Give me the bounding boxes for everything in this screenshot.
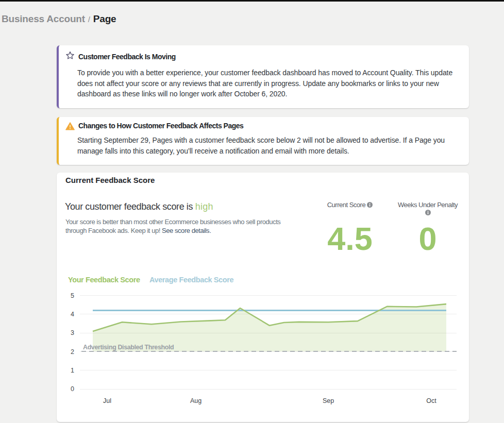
svg-text:Aug: Aug (190, 397, 201, 404)
svg-text:4: 4 (71, 311, 74, 318)
svg-text:Jul: Jul (103, 397, 111, 404)
svg-text:1: 1 (71, 367, 74, 374)
svg-text:Advertising Disabled Threshold: Advertising Disabled Threshold (83, 344, 174, 351)
svg-text:Oct: Oct (426, 397, 436, 404)
svg-text:3: 3 (71, 329, 74, 336)
svg-text:2: 2 (71, 348, 74, 356)
svg-text:Sep: Sep (323, 397, 334, 404)
svg-text:0: 0 (71, 385, 74, 393)
svg-text:5: 5 (71, 292, 74, 299)
